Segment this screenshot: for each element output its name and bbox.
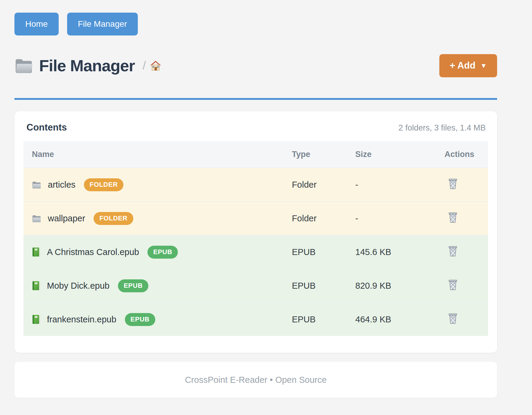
type-badge: FOLDER	[84, 178, 123, 191]
title-divider	[14, 98, 497, 100]
table-header-row: Name Type Size Actions	[23, 141, 488, 168]
footer-text: CrossPoint E-Reader • Open Source	[185, 375, 326, 385]
trash-icon	[448, 313, 458, 324]
file-name[interactable]: Moby Dick.epub	[47, 281, 110, 291]
file-size: -	[347, 201, 436, 235]
column-header-actions: Actions	[436, 141, 488, 168]
top-nav: Home File Manager	[14, 0, 497, 35]
file-type: Folder	[283, 201, 347, 235]
contents-heading: Contents	[26, 122, 398, 133]
file-size: -	[347, 168, 436, 201]
file-type: EPUB	[283, 269, 347, 303]
delete-button[interactable]	[448, 212, 458, 223]
house-icon[interactable]	[150, 60, 162, 72]
column-header-type: Type	[283, 141, 347, 168]
column-header-size: Size	[347, 141, 436, 168]
file-name[interactable]: articles	[48, 180, 76, 190]
add-button-label: + Add	[450, 60, 475, 71]
card-head: Contents 2 folders, 3 files, 1.4 MB	[26, 122, 486, 133]
title-group: File Manager /	[14, 56, 439, 75]
file-type: EPUB	[283, 235, 347, 269]
file-name[interactable]: A Christmas Carol.epub	[47, 247, 139, 257]
contents-card: Contents 2 folders, 3 files, 1.4 MB Name…	[14, 111, 497, 353]
book-icon	[32, 315, 40, 324]
delete-button[interactable]	[448, 313, 458, 324]
trash-icon	[448, 279, 458, 290]
contents-summary: 2 folders, 3 files, 1.4 MB	[398, 123, 486, 133]
folder-icon	[14, 57, 33, 74]
home-button[interactable]: Home	[14, 13, 59, 35]
folder-icon	[32, 214, 41, 223]
file-table: Name Type Size Actions articles FOLDER F…	[23, 141, 488, 336]
trash-icon	[448, 245, 458, 257]
book-icon	[32, 247, 40, 257]
file-size: 820.9 KB	[347, 269, 436, 303]
table-row: wallpaper FOLDER Folder -	[23, 201, 488, 235]
column-header-name: Name	[23, 141, 283, 168]
footer: CrossPoint E-Reader • Open Source	[14, 362, 497, 398]
page-title: File Manager	[39, 56, 135, 75]
file-size: 464.9 KB	[347, 303, 436, 336]
book-icon	[32, 281, 40, 290]
type-badge: EPUB	[118, 279, 148, 292]
file-name[interactable]: wallpaper	[48, 214, 85, 223]
delete-button[interactable]	[448, 178, 458, 189]
breadcrumb-separator: /	[143, 59, 146, 72]
file-manager-button[interactable]: File Manager	[67, 13, 138, 35]
table-row: articles FOLDER Folder -	[23, 168, 488, 201]
delete-button[interactable]	[448, 245, 458, 257]
folder-icon	[32, 181, 41, 189]
page: Home File Manager File Manager /	[14, 0, 497, 398]
type-badge: EPUB	[125, 313, 155, 326]
file-size: 145.6 KB	[347, 235, 436, 269]
page-header: File Manager / + Add ▼	[14, 53, 497, 78]
table-row: Moby Dick.epub EPUB EPUB 820.9 KB	[23, 269, 488, 303]
caret-down-icon: ▼	[480, 62, 487, 70]
type-badge: EPUB	[147, 246, 178, 259]
table-row: frankenstein.epub EPUB EPUB 464.9 KB	[23, 303, 488, 336]
delete-button[interactable]	[448, 279, 458, 290]
table-row: A Christmas Carol.epub EPUB EPUB 145.6 K…	[23, 235, 488, 269]
add-button[interactable]: + Add ▼	[439, 54, 497, 77]
file-type: EPUB	[283, 303, 347, 336]
file-name[interactable]: frankenstein.epub	[47, 315, 116, 324]
trash-icon	[448, 178, 458, 189]
file-type: Folder	[283, 168, 347, 201]
trash-icon	[448, 212, 458, 223]
type-badge: FOLDER	[94, 212, 133, 225]
